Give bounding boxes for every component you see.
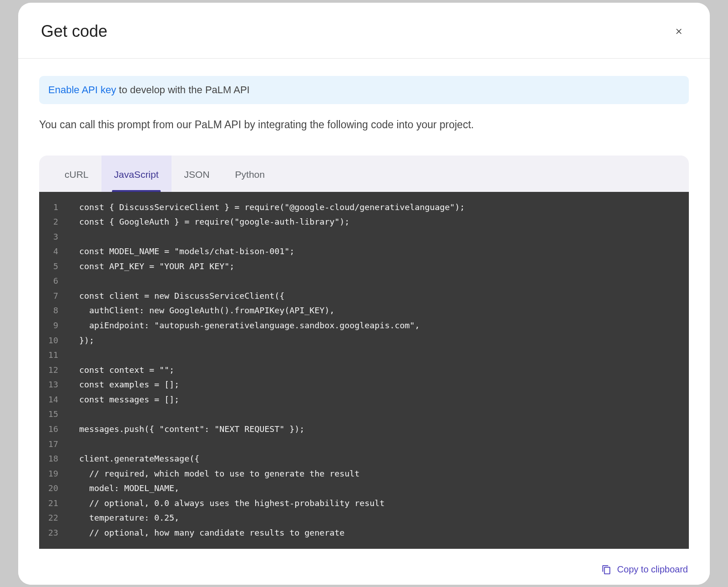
- code-text: apiEndpoint: "autopush-generativelanguag…: [66, 318, 420, 333]
- code-text: const messages = [];: [66, 392, 179, 407]
- modal-header: Get code: [18, 3, 710, 59]
- code-text: [66, 274, 79, 289]
- code-block[interactable]: 1const { DiscussServiceClient } = requir…: [39, 192, 689, 549]
- line-number: 7: [39, 289, 66, 304]
- line-number: 22: [39, 511, 66, 526]
- code-card: cURL JavaScript JSON Python 1const { Dis…: [39, 156, 689, 549]
- line-number: 21: [39, 496, 66, 511]
- line-number: 20: [39, 481, 66, 496]
- code-line: 8 authClient: new GoogleAuth().fromAPIKe…: [39, 303, 689, 318]
- close-button[interactable]: [671, 23, 687, 40]
- code-text: // optional, 0.0 always uses the highest…: [66, 496, 384, 511]
- line-number: 18: [39, 452, 66, 467]
- code-text: // required, which model to use to gener…: [66, 467, 359, 482]
- tab-json[interactable]: JSON: [172, 156, 222, 192]
- code-text: messages.push({ "content": "NEXT REQUEST…: [66, 422, 304, 437]
- code-text: const { DiscussServiceClient } = require…: [66, 200, 465, 215]
- code-line: 10});: [39, 333, 689, 348]
- modal-body: Enable API key to develop with the PaLM …: [18, 59, 710, 549]
- code-text: client.generateMessage({: [66, 452, 199, 467]
- line-number: 3: [39, 230, 66, 245]
- line-number: 15: [39, 407, 66, 422]
- code-line: 14const messages = [];: [39, 392, 689, 407]
- code-line: 20 model: MODEL_NAME,: [39, 481, 689, 496]
- code-text: model: MODEL_NAME,: [66, 481, 179, 496]
- line-number: 2: [39, 215, 66, 230]
- banner-text: to develop with the PaLM API: [116, 84, 250, 95]
- code-line: 3: [39, 230, 689, 245]
- code-text: const { GoogleAuth } = require("google-a…: [66, 215, 349, 230]
- code-text: const context = "";: [66, 363, 174, 378]
- enable-api-key-link[interactable]: Enable API key: [48, 84, 116, 95]
- code-text: [66, 230, 79, 245]
- tab-python[interactable]: Python: [222, 156, 278, 192]
- code-line: 11: [39, 348, 689, 363]
- code-text: const API_KEY = "YOUR API KEY";: [66, 259, 234, 274]
- line-number: 5: [39, 259, 66, 274]
- code-line: 7const client = new DiscussServiceClient…: [39, 289, 689, 304]
- code-line: 13const examples = [];: [39, 377, 689, 392]
- line-number: 8: [39, 303, 66, 318]
- tabs-row: cURL JavaScript JSON Python: [39, 156, 689, 192]
- modal-title: Get code: [41, 22, 107, 41]
- code-line: 17: [39, 437, 689, 452]
- line-number: 4: [39, 244, 66, 259]
- code-text: const examples = [];: [66, 377, 179, 392]
- modal-footer: Copy to clipboard: [18, 549, 710, 585]
- close-icon: [674, 27, 683, 36]
- code-text: });: [66, 333, 94, 348]
- code-line: 19 // required, which model to use to ge…: [39, 467, 689, 482]
- copy-label: Copy to clipboard: [617, 564, 688, 575]
- api-key-banner: Enable API key to develop with the PaLM …: [39, 76, 689, 104]
- code-text: [66, 437, 79, 452]
- code-text: temperature: 0.25,: [66, 511, 179, 526]
- code-line: 18client.generateMessage({: [39, 452, 689, 467]
- line-number: 6: [39, 274, 66, 289]
- code-line: 21 // optional, 0.0 always uses the high…: [39, 496, 689, 511]
- code-line: 15: [39, 407, 689, 422]
- code-text: // optional, how many candidate results …: [66, 526, 344, 541]
- line-number: 23: [39, 526, 66, 541]
- code-line: 12const context = "";: [39, 363, 689, 378]
- code-line: 5const API_KEY = "YOUR API KEY";: [39, 259, 689, 274]
- code-text: [66, 348, 79, 363]
- copy-icon: [602, 565, 612, 575]
- line-number: 16: [39, 422, 66, 437]
- code-line: 6: [39, 274, 689, 289]
- line-number: 9: [39, 318, 66, 333]
- code-text: authClient: new GoogleAuth().fromAPIKey(…: [66, 303, 334, 318]
- tab-javascript[interactable]: JavaScript: [101, 156, 172, 192]
- code-line: 22 temperature: 0.25,: [39, 511, 689, 526]
- line-number: 13: [39, 377, 66, 392]
- line-number: 19: [39, 467, 66, 482]
- copy-to-clipboard-button[interactable]: Copy to clipboard: [596, 561, 693, 578]
- code-line: 9 apiEndpoint: "autopush-generativelangu…: [39, 318, 689, 333]
- code-text: [66, 407, 79, 422]
- code-text: const client = new DiscussServiceClient(…: [66, 289, 284, 304]
- line-number: 12: [39, 363, 66, 378]
- code-line: 23 // optional, how many candidate resul…: [39, 526, 689, 541]
- line-number: 10: [39, 333, 66, 348]
- code-line: 1const { DiscussServiceClient } = requir…: [39, 200, 689, 215]
- line-number: 17: [39, 437, 66, 452]
- line-number: 11: [39, 348, 66, 363]
- code-line: 16messages.push({ "content": "NEXT REQUE…: [39, 422, 689, 437]
- code-text: const MODEL_NAME = "models/chat-bison-00…: [66, 244, 294, 259]
- line-number: 1: [39, 200, 66, 215]
- tab-curl[interactable]: cURL: [52, 156, 101, 192]
- description-text: You can call this prompt from our PaLM A…: [39, 117, 689, 133]
- get-code-modal: Get code Enable API key to develop with …: [18, 3, 710, 585]
- code-line: 4const MODEL_NAME = "models/chat-bison-0…: [39, 244, 689, 259]
- line-number: 14: [39, 392, 66, 407]
- code-line: 2const { GoogleAuth } = require("google-…: [39, 215, 689, 230]
